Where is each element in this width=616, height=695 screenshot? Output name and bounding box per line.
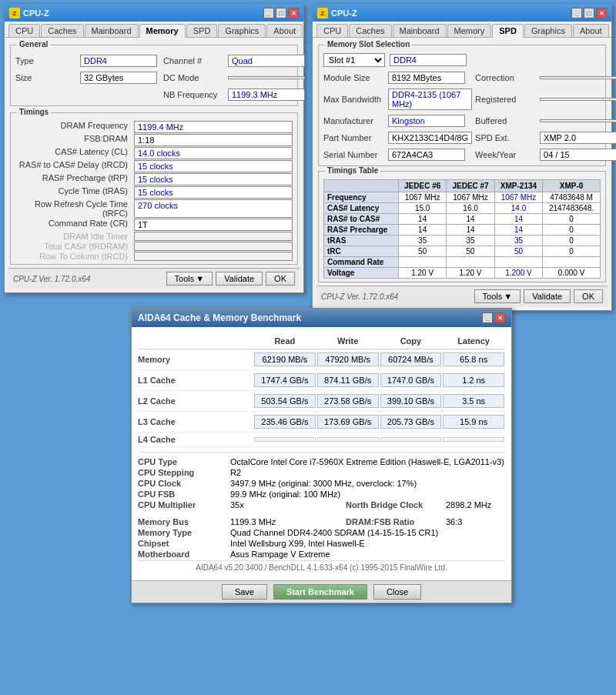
col-read-header: Read <box>253 336 316 346</box>
cpu-stepping-label: CPU Stepping <box>138 468 230 477</box>
serial-number-row: Serial Number 672A4CA3 <box>323 149 472 161</box>
aida-bench-label-2: L2 Cache <box>138 396 253 406</box>
tab-cpu-1[interactable]: CPU <box>8 24 40 37</box>
tab-about-2[interactable]: About <box>573 24 609 37</box>
spd-cell-7-3: 0.000 V <box>543 268 601 279</box>
tab-caches-1[interactable]: Caches <box>41 24 83 37</box>
cas-latency-label: CAS# Latency (CL) <box>15 147 131 159</box>
tab-spd-2[interactable]: SPD <box>492 24 524 38</box>
tab-spd-1[interactable]: SPD <box>186 24 218 37</box>
tab-memory-1[interactable]: Memory <box>139 24 186 38</box>
dc-mode-label: DC Mode <box>163 73 225 82</box>
timings-grid: DRAM Frequency 1199.4 MHz FSB:DRAM 1:18 … <box>15 121 293 261</box>
cpu-type-row: CPU Type OctalCore Intel Core i7-5960X E… <box>138 457 505 466</box>
serial-number-label: Serial Number <box>323 150 385 159</box>
aida-bench-label-1: L1 Cache <box>138 376 253 385</box>
slot-type: DDR4 <box>390 54 467 66</box>
dram-freq-value: 1199.4 MHz <box>134 121 293 133</box>
buffered-label: Buffered <box>475 116 537 125</box>
footer-1: CPU-Z Ver. 1.72.0.x64 Tools ▼ Validate O… <box>8 268 300 289</box>
spd-row-7: Voltage1.20 V1.20 V1.200 V0.000 V <box>324 268 601 279</box>
tools-btn-2[interactable]: Tools ▼ <box>474 289 521 303</box>
title-bar-left-1: Z CPU-Z <box>9 8 49 18</box>
title-bar-2: Z CPU-Z _ □ ✕ <box>313 5 611 22</box>
minimize-btn-1[interactable]: _ <box>263 8 274 18</box>
module-size-row: Module Size 8192 MBytes <box>323 72 472 84</box>
aida-close-btn[interactable]: ✕ <box>494 312 505 323</box>
manufacturer-label: Manufacturer <box>323 116 385 125</box>
cpu-type-label: CPU Type <box>138 457 230 466</box>
start-benchmark-btn[interactable]: Start Benchmark <box>273 584 367 600</box>
spd-cell-5-1: 50 <box>447 246 494 257</box>
tab-graphics-2[interactable]: Graphics <box>524 24 572 37</box>
save-btn[interactable]: Save <box>222 584 267 600</box>
minimize-btn-2[interactable]: _ <box>571 8 582 18</box>
validate-btn-2[interactable]: Validate <box>524 289 571 303</box>
tab-mainboard-1[interactable]: Mainboard <box>85 24 139 37</box>
ras-to-cas-value: 15 clocks <box>134 160 293 172</box>
aida-cell-1-read: 1747.4 GB/s <box>254 373 316 387</box>
aida64-window: AIDA64 Cache & Memory Benchmark _ ✕ Read… <box>131 308 512 603</box>
memory-type-label: Memory Type <box>138 528 230 537</box>
dram-idle-value <box>134 232 293 241</box>
aida-close-footer-btn[interactable]: Close <box>373 584 421 600</box>
chipset-label: Chipset <box>138 539 230 548</box>
spd-cell-3-3: 0 <box>543 225 601 236</box>
spd-cell-0-2: 1067 MHz <box>494 192 542 203</box>
col-latency-header: Latency <box>442 336 505 346</box>
spd-cell-0-3: 47483648 M <box>543 192 601 203</box>
spd-cell-4-0: 35 <box>398 236 446 246</box>
channel-label: Channel # <box>163 56 225 65</box>
tab-cpu-2[interactable]: CPU <box>316 24 348 37</box>
spacer <box>138 511 505 516</box>
tab-memory-2[interactable]: Memory <box>447 24 492 37</box>
total-cas-value <box>134 242 293 251</box>
tab-caches-2[interactable]: Caches <box>349 24 391 37</box>
spd-cell-3-0: 14 <box>398 225 446 236</box>
row-to-col-label: Row To Column (tRCD) <box>15 252 131 261</box>
ok-btn-1[interactable]: OK <box>266 272 295 286</box>
close-btn-2[interactable]: ✕ <box>596 8 607 18</box>
footer-logo-2: CPU-Z Ver. 1.72.0.x64 <box>321 292 398 301</box>
ok-btn-2[interactable]: OK <box>574 289 603 303</box>
footer-buttons-2: Tools ▼ Validate OK <box>474 289 603 303</box>
tools-btn-1[interactable]: Tools ▼ <box>166 272 213 286</box>
maximize-btn-1[interactable]: □ <box>276 8 286 18</box>
aida-minimize-btn[interactable]: _ <box>482 312 493 323</box>
spd-cell-6-0 <box>398 257 446 268</box>
memory-type-value: Quad Channel DDR4-2400 SDRAM (14-15-15-1… <box>230 528 438 537</box>
tab-bar-1: CPU Caches Mainboard Memory SPD Graphics… <box>5 22 303 38</box>
spd-row-label-5: tRC <box>324 246 399 257</box>
aida-cell-1-write: 874.11 GB/s <box>317 373 379 387</box>
tab-graphics-1[interactable]: Graphics <box>218 24 266 37</box>
aida-bench-row-2: L2 Cache503.54 GB/s273.58 GB/s399.10 GB/… <box>138 391 505 412</box>
spd-row-label-2: RAS# to CAS# <box>324 214 399 225</box>
max-bw-value: DDR4-2135 (1067 MHz) <box>388 89 472 110</box>
maximize-btn-2[interactable]: □ <box>584 8 594 18</box>
th-empty <box>324 180 399 192</box>
close-btn-1[interactable]: ✕ <box>288 8 299 18</box>
aida-bench-row-0: Memory62190 MB/s47920 MB/s60724 MB/s65.8… <box>138 349 505 370</box>
max-bw-label: Max Bandwidth <box>323 95 385 104</box>
memory-bus-value: 1199.3 MHz <box>230 517 346 526</box>
general-title: General <box>17 40 50 48</box>
buffered-row: Buffered <box>475 115 616 127</box>
th-xmp0: XMP-0 <box>543 180 601 192</box>
ras-precharge-value: 15 clocks <box>134 173 293 185</box>
aida-column-headers: Read Write Copy Latency <box>138 333 505 349</box>
tab-mainboard-2[interactable]: Mainboard <box>393 24 447 37</box>
footer-logo-1: CPU-Z Ver. 1.72.0.x64 <box>13 275 90 283</box>
title-bar-left-2: Z CPU-Z <box>317 8 357 18</box>
aida-cell-1-latency: 1.2 ns <box>443 373 504 387</box>
dc-mode-value <box>228 76 305 79</box>
slot-select[interactable]: Slot #1 <box>323 53 385 67</box>
th-jedec6: JEDEC #6 <box>398 180 446 192</box>
dram-idle-label: DRAM Idle Timer <box>15 232 131 241</box>
spd-row-4: tRAS3535350 <box>324 236 601 246</box>
spd-cell-2-1: 14 <box>447 214 494 225</box>
aida-cell-3-write: 173.69 GB/s <box>317 415 379 429</box>
tab-about-1[interactable]: About <box>266 24 303 37</box>
th-xmp2134: XMP-2134 <box>494 180 542 192</box>
spd-cell-4-2: 35 <box>494 236 542 246</box>
validate-btn-1[interactable]: Validate <box>216 272 263 286</box>
